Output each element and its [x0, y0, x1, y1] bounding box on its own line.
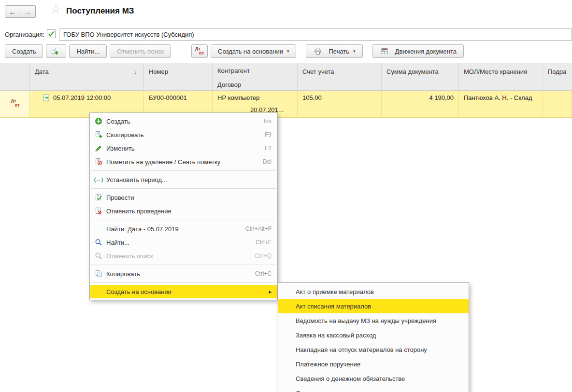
print-dropdown[interactable]: Печать ▾: [306, 44, 362, 58]
printer-icon: [313, 47, 323, 55]
header-number-label: Номер: [149, 68, 168, 75]
menu-separator: [91, 188, 276, 189]
menu-item-unpost[interactable]: Отменить проведение: [90, 204, 277, 218]
menu-item-find[interactable]: Найти... Ctrl+F: [90, 236, 277, 249]
document-movements-button[interactable]: Движения документа: [372, 44, 464, 58]
header-contract-label: Договор: [217, 81, 241, 88]
back-icon: ←: [9, 8, 16, 16]
submenu-item-svedeniya[interactable]: Сведения о денежном обязательстве: [278, 371, 469, 386]
search-icon: [94, 238, 103, 246]
header-icon-column[interactable]: [0, 63, 30, 90]
menu-item-label: Изменить: [106, 145, 259, 152]
header-date[interactable]: Дата ↓: [30, 63, 144, 90]
copy-button[interactable]: [46, 44, 66, 58]
favorite-star-icon[interactable]: ☆: [51, 3, 61, 14]
row-department-cell: [543, 91, 572, 117]
submenu-item-act-spisaniya[interactable]: Акт списания материалов: [278, 299, 469, 313]
back-button[interactable]: ←: [5, 5, 20, 18]
header-date-label: Дата: [35, 68, 49, 90]
row-dtkt-cell: Дт Кт: [0, 91, 30, 117]
submenu-item-platezhnoe[interactable]: Платежное поручение: [278, 357, 469, 371]
header-account[interactable]: Счет учета: [298, 63, 382, 90]
dtkt-icon: Дт Кт: [11, 99, 20, 117]
post-icon: [94, 194, 103, 201]
menu-item-label: Скопировать: [106, 131, 259, 139]
row-counterparty-value: НР компьютер: [213, 91, 297, 101]
create-button[interactable]: Создать: [5, 44, 43, 58]
submenu-item-label: Акт о приемке материалов: [296, 288, 374, 295]
organization-label: Организация:: [5, 31, 44, 38]
menu-item-shortcut: Ctrl+Q: [255, 252, 272, 259]
menu-item-label: Создать: [106, 118, 258, 125]
submenu-item-storno[interactable]: Сторно: [278, 386, 469, 392]
menu-item-edit[interactable]: Изменить F2: [90, 141, 277, 155]
menu-item-find-by-date[interactable]: Найти: Дата - 05.07.2019 Ctrl+Alt+F: [90, 222, 277, 236]
edit-icon: [94, 144, 103, 152]
forward-button[interactable]: →: [20, 5, 36, 18]
header-account-label: Счет учета: [302, 68, 334, 75]
page-title: Поступления МЗ: [66, 6, 134, 16]
table-row[interactable]: Дт Кт 05.07.2019 12:00:00 БУ00-000001 НР…: [0, 91, 572, 118]
menu-item-label: Найти: Дата - 05.07.2019: [106, 225, 240, 233]
submenu-item-zayavka[interactable]: Заявка на кассовый расход: [278, 328, 469, 342]
kt-label: Кт: [195, 51, 204, 56]
unpost-icon: [94, 207, 103, 215]
find-button[interactable]: Найти...: [69, 44, 107, 58]
print-label: Печать: [329, 48, 349, 55]
empty-icon: [94, 225, 103, 233]
organization-field[interactable]: ГОБУ ВПО Университет искусств (Субсидия): [59, 28, 572, 41]
menu-item-create[interactable]: Создать Ins: [90, 114, 277, 128]
submenu-item-vedomost[interactable]: Ведомость на выдачу МЗ на нужды учрежден…: [278, 313, 469, 328]
cancel-search-label: Отменить поиск: [117, 48, 164, 55]
cancel-search-button[interactable]: Отменить поиск: [110, 44, 171, 58]
menu-item-shortcut: Ctrl+Alt+F: [245, 225, 272, 232]
menu-item-shortcut: Ins: [264, 118, 272, 125]
document-icon: [43, 94, 50, 103]
submenu-item-nakladnaya[interactable]: Накладная на отпуск материалов на сторон…: [278, 342, 469, 357]
menu-item-label: Пометить на удаление / Снять пометку: [106, 158, 257, 166]
menu-item-create-based-on[interactable]: Создать на основании ▸: [90, 285, 277, 298]
header-amount[interactable]: Сумма документа: [382, 63, 459, 90]
copy-new-icon: [50, 47, 59, 55]
row-mol-cell: Пантюхов А. Н. - Склад: [459, 91, 543, 117]
header-mol-label: МОЛ/Место хранения: [464, 68, 527, 75]
menu-item-copy-new[interactable]: Скопировать F9: [90, 128, 277, 141]
menu-item-copy-clipboard[interactable]: Копировать Ctrl+C: [90, 267, 277, 280]
forward-icon: →: [24, 8, 31, 16]
menu-item-shortcut: Del: [263, 158, 272, 165]
row-date-value: 05.07.2019 12:00:00: [53, 94, 111, 101]
header-mol[interactable]: МОЛ/Место хранения: [459, 63, 543, 90]
menu-separator: [91, 170, 276, 171]
menu-item-label: Создать на основании: [106, 288, 263, 295]
header-counterparty[interactable]: Контрагент Договор: [213, 63, 298, 90]
mark-delete-icon: [94, 158, 103, 166]
find-button-label: Найти...: [76, 48, 100, 55]
menu-item-label: Найти...: [106, 239, 250, 246]
menu-item-label: Копировать: [106, 270, 249, 278]
submenu-item-act-priemki[interactable]: Акт о приемке материалов: [278, 284, 469, 299]
menu-item-mark-delete[interactable]: Пометить на удаление / Снять пометку Del: [90, 155, 277, 168]
app-window: ← → ☆ Поступления МЗ Организация: ГОБУ В…: [0, 0, 572, 392]
list-header-row: Дата ↓ Номер Контрагент Договор Счет уче…: [0, 63, 572, 91]
header-number[interactable]: Номер: [144, 63, 213, 90]
create-based-on-dropdown[interactable]: Создать на основании ▾: [211, 44, 296, 58]
submenu-item-label: Ведомость на выдачу МЗ на нужды учрежден…: [296, 317, 436, 324]
chevron-down-icon: ▾: [353, 49, 356, 54]
header-department[interactable]: Подра: [543, 63, 572, 90]
history-nav: ← →: [5, 5, 36, 18]
row-amount-cell: 4 190,00: [382, 91, 459, 117]
document-list: Дата ↓ Номер Контрагент Договор Счет уче…: [0, 63, 572, 118]
menu-item-post[interactable]: Провести: [90, 191, 277, 204]
document-movements-icon: [380, 47, 389, 55]
clipboard-copy-icon: [94, 270, 103, 278]
organization-checkbox[interactable]: [47, 29, 56, 38]
menu-item-set-period[interactable]: (↔) Установить период...: [90, 173, 277, 186]
create-button-label: Создать: [12, 48, 36, 55]
menu-item-cancel-search[interactable]: Отменить поиск Ctrl+Q: [90, 249, 277, 263]
menu-separator: [91, 282, 276, 283]
copy-new-icon: [94, 131, 103, 139]
dtkt-toggle-button[interactable]: Дт Кт: [191, 44, 208, 58]
set-period-icon: (↔): [94, 176, 103, 183]
search-cancel-icon: [94, 252, 103, 260]
header-department-label: Подра: [548, 68, 566, 75]
